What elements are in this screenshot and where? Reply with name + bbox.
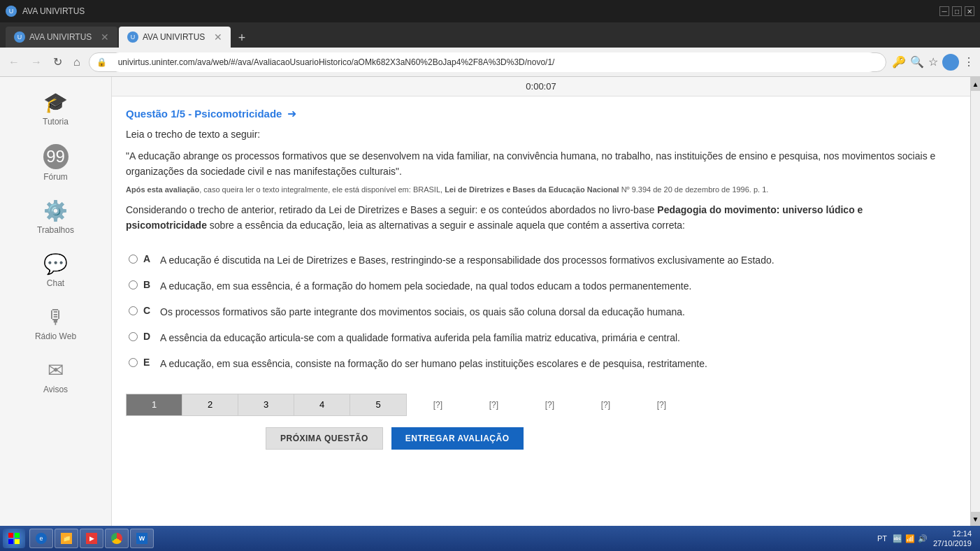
radio-b[interactable] xyxy=(129,280,138,289)
tutoria-icon: 🎓 xyxy=(43,91,68,114)
quote-text: "A educação abrange os processos formati… xyxy=(126,148,937,180)
refresh-button[interactable]: ↻ xyxy=(50,52,65,71)
nav-sub-2: [?] xyxy=(466,399,521,410)
action-buttons: PRÓXIMA QUESTÃO ENTREGAR AVALIAÇÃO xyxy=(266,427,937,450)
tray-icon-3: 🔊 xyxy=(918,534,928,543)
back-button[interactable]: ← xyxy=(6,53,22,71)
forum-icon: 99 xyxy=(43,144,69,169)
nav-num-2[interactable]: 2 xyxy=(182,394,238,415)
tray-icon-1: 🔤 xyxy=(893,534,902,543)
radio-d[interactable] xyxy=(129,332,138,341)
nav-numbers-row: 1 2 3 4 5 xyxy=(126,394,407,416)
chat-icon: 💬 xyxy=(43,252,68,276)
nav-sub-3: [?] xyxy=(521,399,577,410)
taskbar-explorer[interactable]: 📁 xyxy=(55,529,78,548)
taskbar-lang: PT xyxy=(877,534,887,543)
tab-2-label: AVA UNIVIRTUS xyxy=(143,32,205,42)
tab-1[interactable]: U AVA UNIVIRTUS ✕ xyxy=(6,27,117,48)
url-input[interactable] xyxy=(110,52,879,72)
sidebar-item-forum[interactable]: 99 Fórum xyxy=(0,137,111,189)
sidebar-item-radio[interactable]: 🎙 Rádio Web xyxy=(0,299,111,348)
tab-1-close[interactable]: ✕ xyxy=(101,31,109,43)
taskbar-chrome[interactable] xyxy=(105,529,129,548)
radio-e[interactable] xyxy=(129,358,138,367)
question-title: Questão 1/5 - Psicomotricidade xyxy=(126,108,282,120)
sidebar-avisos-label: Avisos xyxy=(43,385,68,394)
option-a-text: A educação é discutida na Lei de Diretri… xyxy=(160,253,774,268)
sidebar-tutoria-label: Tutoria xyxy=(43,117,69,127)
profile-avatar[interactable] xyxy=(942,54,959,71)
option-c: C Os processos formativos são parte inte… xyxy=(126,299,937,325)
tab-2-icon: U xyxy=(127,31,138,43)
taskbar-ie[interactable]: e xyxy=(29,529,53,548)
sidebar: 🎓 Tutoria 99 Fórum ⚙️ Trabalhos 💬 Chat 🎙… xyxy=(0,77,112,526)
submit-evaluation-button[interactable]: ENTREGAR AVALIAÇÃO xyxy=(391,427,524,450)
tab-2[interactable]: U AVA UNIVIRTUS ✕ xyxy=(119,27,231,48)
media-icon: ▶ xyxy=(86,533,97,544)
nav-num-3[interactable]: 3 xyxy=(238,394,294,415)
nav-subs-row: [?] [?] [?] [?] [?] xyxy=(410,399,689,410)
tab-1-icon: U xyxy=(14,31,25,43)
question-header: Questão 1/5 - Psicomotricidade ➜ xyxy=(126,107,937,120)
sidebar-radio-label: Rádio Web xyxy=(35,331,76,341)
radio-a[interactable] xyxy=(129,255,138,264)
scroll-up[interactable]: ▲ xyxy=(971,77,980,91)
taskbar-word[interactable]: W xyxy=(130,529,154,548)
tab-2-close[interactable]: ✕ xyxy=(214,31,222,43)
avisos-icon: ✉ xyxy=(48,359,64,382)
tabs-bar: U AVA UNIVIRTUS ✕ U AVA UNIVIRTUS ✕ + xyxy=(0,22,980,48)
sidebar-trabalhos-label: Trabalhos xyxy=(37,225,74,235)
bookmark-icon[interactable]: ☆ xyxy=(928,55,938,69)
scrollbar[interactable]: ▲ ▼ xyxy=(970,77,980,526)
trabalhos-icon: ⚙️ xyxy=(43,199,68,222)
nav-num-1[interactable]: 1 xyxy=(127,394,182,415)
option-a-letter: A xyxy=(143,253,154,264)
options-list: A A educação é discutida na Lei de Diret… xyxy=(126,248,937,377)
address-bar: ← → ↻ ⌂ 🔒 🔑 🔍 ☆ ⋮ xyxy=(0,48,980,77)
tab-1-label: AVA UNIVIRTUS xyxy=(29,32,92,42)
question-content: Questão 1/5 - Psicomotricidade ➜ Leia o … xyxy=(112,96,951,474)
option-b-text: A educação, em sua essência, é a formaçã… xyxy=(160,279,691,294)
nav-num-4[interactable]: 4 xyxy=(294,394,350,415)
timer-value: 0:00:07 xyxy=(526,81,556,92)
ie-icon: e xyxy=(36,533,47,544)
radio-c[interactable] xyxy=(129,306,138,315)
arrow-icon: ➜ xyxy=(287,107,296,120)
scroll-down[interactable]: ▼ xyxy=(971,512,980,526)
svg-rect-1 xyxy=(15,533,20,538)
taskbar-media[interactable]: ▶ xyxy=(80,529,103,548)
chrome-icon xyxy=(111,533,122,544)
minimize-button[interactable]: ─ xyxy=(939,6,949,16)
start-button[interactable] xyxy=(3,529,25,548)
nav-numbers-section: 1 2 3 4 5 [?] [?] [?] [?] [?] xyxy=(126,394,937,416)
search-icon[interactable]: 🔍 xyxy=(910,55,924,69)
new-tab-button[interactable]: + xyxy=(232,28,252,48)
content-area: 0:00:07 Questão 1/5 - Psicomotricidade ➜… xyxy=(112,77,970,526)
word-icon: W xyxy=(136,533,147,544)
next-question-button[interactable]: PRÓXIMA QUESTÃO xyxy=(266,427,383,450)
sidebar-item-trabalhos[interactable]: ⚙️ Trabalhos xyxy=(0,192,111,242)
option-d-text: A essência da educação articula-se com a… xyxy=(160,331,680,345)
forward-button[interactable]: → xyxy=(28,53,45,71)
clock-time: 12:14 xyxy=(933,529,972,538)
svg-rect-3 xyxy=(15,539,20,544)
home-button[interactable]: ⌂ xyxy=(71,53,83,71)
nav-num-5[interactable]: 5 xyxy=(350,394,406,415)
sidebar-item-chat[interactable]: 💬 Chat xyxy=(0,245,111,295)
option-c-text: Os processos formativos são parte integr… xyxy=(160,305,685,320)
sidebar-item-tutoria[interactable]: 🎓 Tutoria xyxy=(0,84,111,134)
option-e-text: A educação, em sua essência, consiste na… xyxy=(160,357,707,371)
windows-logo-icon xyxy=(8,532,20,545)
menu-icon[interactable]: ⋮ xyxy=(963,55,974,69)
key-icon[interactable]: 🔑 xyxy=(892,55,906,69)
sidebar-item-avisos[interactable]: ✉ Avisos xyxy=(0,352,111,401)
close-button[interactable]: ✕ xyxy=(965,6,974,16)
instruction-text: Leia o trecho de texto a seguir: xyxy=(126,129,937,140)
radio-icon: 🎙 xyxy=(46,306,66,329)
window-controls: ─ □ ✕ xyxy=(939,6,974,16)
timer-bar: 0:00:07 xyxy=(112,77,970,96)
question-body: Considerando o trecho de anterior, retir… xyxy=(126,202,937,234)
option-e-letter: E xyxy=(143,357,154,368)
sidebar-chat-label: Chat xyxy=(47,278,64,288)
maximize-button[interactable]: □ xyxy=(952,6,962,16)
